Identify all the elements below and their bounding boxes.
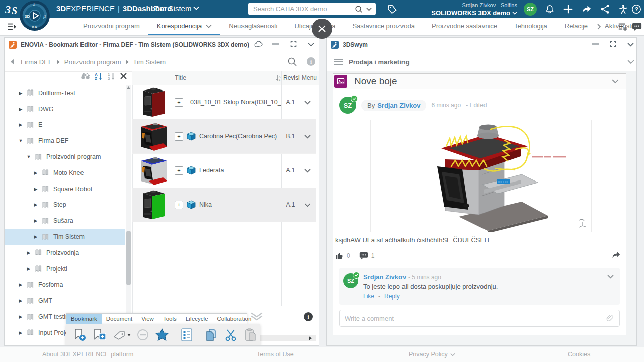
chevron-right-icon[interactable]: ▶ bbox=[18, 298, 24, 303]
minimize-icon[interactable] bbox=[272, 43, 279, 45]
user-identity[interactable]: Srdjan Zivkov - Solfins SOLIDWORKS 3DX d… bbox=[431, 2, 517, 17]
chevron-right-icon[interactable]: ▶ bbox=[18, 122, 24, 127]
comment-input[interactable] bbox=[340, 315, 600, 322]
tree-item[interactable]: ▶E bbox=[5, 117, 125, 133]
author-pill[interactable]: By Srdjan Zivkov bbox=[361, 100, 426, 111]
product-thumbnail[interactable] bbox=[132, 86, 175, 118]
tab-proizvodni-program[interactable]: Proizvodni program bbox=[74, 18, 148, 34]
chevron-right-icon[interactable]: ▶ bbox=[18, 314, 24, 319]
user-avatar[interactable]: SZ bbox=[524, 3, 537, 16]
toolbar-tab-document[interactable]: Document bbox=[102, 314, 137, 324]
title-sort-icon[interactable]: AZ bbox=[276, 75, 281, 81]
post-header[interactable]: Nove boje bbox=[333, 74, 626, 89]
tree-item[interactable]: ▶Fosforna bbox=[5, 277, 125, 293]
remove-disabled-icon[interactable] bbox=[136, 328, 149, 341]
post-image[interactable] bbox=[370, 120, 592, 232]
chevron-down-icon[interactable]: ▼ bbox=[18, 138, 24, 143]
chevron-right-icon[interactable]: ▶ bbox=[33, 187, 39, 192]
product-thumbnail[interactable] bbox=[132, 155, 175, 186]
chevron-right-icon[interactable]: ▶ bbox=[18, 282, 24, 287]
add-bookmark-icon[interactable] bbox=[72, 328, 87, 342]
footer-privacy-link[interactable]: Privacy Policy bbox=[409, 351, 455, 358]
info-icon[interactable]: i bbox=[307, 57, 315, 66]
help-icon[interactable]: ? bbox=[631, 4, 644, 15]
toolbar-tab-collaboration[interactable]: Collaboration bbox=[213, 314, 256, 324]
share-post-icon[interactable] bbox=[611, 251, 621, 259]
minimize-icon[interactable] bbox=[592, 43, 599, 45]
back-arrow-icon[interactable] bbox=[10, 58, 15, 65]
window-menu-chevron-icon[interactable] bbox=[627, 42, 634, 47]
column-revision[interactable]: Revisi bbox=[281, 74, 302, 81]
checklist-icon[interactable] bbox=[180, 328, 193, 342]
add-bookmark-folder-icon[interactable] bbox=[92, 328, 107, 342]
attach-paperclip-icon[interactable] bbox=[600, 314, 619, 323]
chevron-down-icon[interactable]: ▼ bbox=[26, 154, 32, 159]
table-row[interactable]: + Nika A.1 bbox=[132, 188, 316, 222]
tab-neusaglasenosti[interactable]: Neusaglašenosti bbox=[220, 18, 286, 34]
maximize-icon[interactable] bbox=[290, 40, 297, 48]
tree-item[interactable]: ▼Firma DEF bbox=[5, 133, 125, 149]
row-title[interactable]: Carobna Pec(Carobna Pec) bbox=[199, 133, 277, 140]
expand-plus-button[interactable]: + bbox=[175, 98, 183, 107]
toolbar-tab-view[interactable]: View bbox=[137, 314, 158, 324]
row-title[interactable]: Lederata bbox=[199, 167, 224, 174]
tab-proizvodne-sastavnice[interactable]: Proizvodne sastavnice bbox=[423, 18, 506, 34]
row-title[interactable]: 038_10_01 Sklop Nora(038_10_0... bbox=[190, 99, 281, 106]
breadcrumb-proizvodni-program[interactable]: Proizvodni program bbox=[64, 58, 121, 66]
search-icon[interactable] bbox=[352, 5, 365, 14]
bookmark-editor-titlebar[interactable]: ENOVIA - Bookmark Editor - Firma DEF - T… bbox=[5, 38, 319, 52]
more-tabs-chevron-right-icon[interactable] bbox=[597, 23, 601, 30]
footer-about-link[interactable]: About 3DEXPERIENCE platform bbox=[42, 351, 133, 358]
comment-bubble-icon[interactable] bbox=[359, 252, 368, 260]
tab-korespodencija[interactable]: Korespodencija bbox=[148, 18, 221, 35]
cloud-icon[interactable] bbox=[254, 40, 264, 48]
chevron-right-icon[interactable]: ▶ bbox=[18, 107, 24, 112]
tree-item-selected[interactable]: ▶Tim Sistem bbox=[5, 229, 125, 245]
product-thumbnail[interactable] bbox=[132, 121, 175, 152]
tree-scrollbar[interactable] bbox=[126, 85, 131, 338]
tab-tehnologija[interactable]: Tehnologija bbox=[506, 18, 556, 34]
breadcrumb-firma-def[interactable]: Firma DEF bbox=[21, 58, 52, 66]
share-network-icon[interactable] bbox=[600, 4, 611, 15]
open-drawer-icon[interactable] bbox=[7, 22, 17, 31]
copy-icon[interactable] bbox=[204, 328, 218, 342]
scroll-right-icon[interactable] bbox=[308, 336, 312, 341]
maximize-icon[interactable] bbox=[609, 40, 617, 48]
table-row[interactable]: + Carobna Pec(Carobna Pec) B.1 bbox=[132, 119, 316, 154]
tab-sastavnice-proizvoda[interactable]: Sastavnice proizvoda bbox=[344, 18, 423, 34]
author-avatar[interactable]: SZ bbox=[339, 97, 356, 114]
chevron-right-icon[interactable]: ▶ bbox=[18, 90, 24, 96]
tree-item[interactable]: ▶Proizvodnja bbox=[5, 245, 125, 261]
tag-dropdown-icon[interactable] bbox=[113, 329, 131, 341]
tree-item[interactable]: ▶Sušara bbox=[5, 213, 125, 229]
community-chevron-icon[interactable] bbox=[627, 59, 634, 64]
chevron-right-icon[interactable]: ▶ bbox=[18, 330, 24, 335]
chevron-right-icon[interactable]: ▶ bbox=[33, 170, 39, 175]
tag-icon[interactable] bbox=[386, 4, 398, 15]
dashboard-name[interactable]: Tim Sistem bbox=[154, 4, 191, 13]
scroll-up-icon[interactable] bbox=[126, 86, 131, 90]
chat-messages-icon[interactable] bbox=[632, 22, 642, 31]
find-binoculars-icon[interactable] bbox=[80, 72, 90, 80]
tree-item[interactable]: ▶Moto Knee bbox=[5, 165, 125, 181]
cut-scissors-icon[interactable] bbox=[224, 328, 238, 342]
comment-menu-chevron-icon[interactable] bbox=[607, 274, 614, 279]
row-menu-chevron-icon[interactable] bbox=[300, 203, 315, 207]
commenter-avatar[interactable]: SZ bbox=[343, 273, 358, 288]
comment-like-link[interactable]: Like bbox=[363, 293, 374, 300]
chevron-right-icon[interactable]: ▶ bbox=[26, 266, 32, 272]
chevron-right-icon[interactable]: ▶ bbox=[26, 250, 32, 255]
swym-titlebar[interactable]: 3DSwym bbox=[327, 38, 636, 52]
tree-item[interactable]: ▶GMT bbox=[5, 293, 125, 309]
compass-3dexperience-logo[interactable]: 3D V.R ⅄ i² bbox=[19, 0, 51, 32]
collapse-toolbar-icon[interactable] bbox=[250, 311, 263, 321]
close-overlay-button[interactable] bbox=[312, 19, 332, 39]
column-title[interactable]: Title bbox=[175, 74, 186, 81]
add-tab-list-icon[interactable] bbox=[618, 22, 628, 31]
table-row[interactable]: + Lederata A.1 bbox=[132, 153, 316, 188]
tree-scrollbar-thumb[interactable] bbox=[126, 231, 131, 285]
table-row[interactable]: + 038_10_01 Sklop Nora(038_10_0... A.1 bbox=[132, 85, 316, 120]
share-forward-icon[interactable] bbox=[581, 4, 592, 15]
sort-12-icon[interactable]: 12 bbox=[107, 72, 115, 80]
dashboard-chevron-down-icon[interactable] bbox=[193, 6, 199, 10]
